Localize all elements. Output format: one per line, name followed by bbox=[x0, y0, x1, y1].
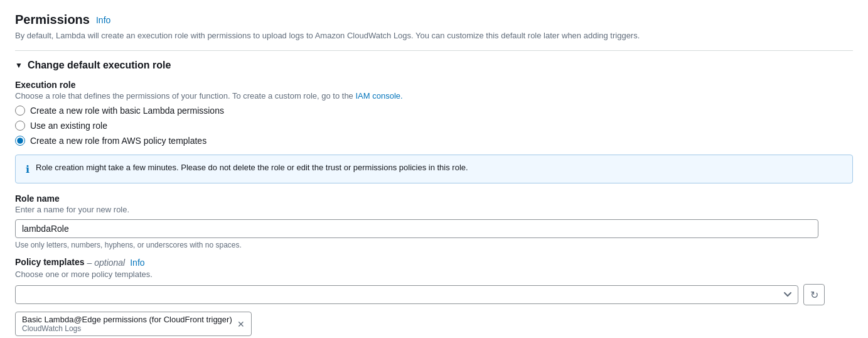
section-title: Change default execution role bbox=[28, 60, 171, 71]
tag-item: Basic Lambda@Edge permissions (for Cloud… bbox=[15, 312, 252, 336]
role-name-placeholder-text: Enter a name for your new role. bbox=[15, 205, 853, 214]
tag-remove-button[interactable]: ✕ bbox=[237, 320, 245, 329]
permissions-info-link[interactable]: Info bbox=[96, 15, 110, 25]
policy-templates-description: Choose one or more policy templates. bbox=[15, 270, 853, 279]
radio-input-3[interactable] bbox=[15, 136, 25, 146]
radio-input-2[interactable] bbox=[15, 121, 25, 131]
refresh-button[interactable]: ↻ bbox=[803, 284, 825, 305]
page-description: By default, Lambda will create an execut… bbox=[15, 31, 853, 40]
policy-templates-label-row: Policy templates – optional Info bbox=[15, 257, 853, 268]
radio-option-1[interactable]: Create a new role with basic Lambda perm… bbox=[15, 106, 853, 116]
role-name-input[interactable] bbox=[15, 219, 818, 238]
toggle-icon: ▼ bbox=[15, 61, 23, 70]
execution-role-description: Choose a role that defines the permissio… bbox=[15, 91, 853, 101]
policy-templates-info-link[interactable]: Info bbox=[130, 258, 144, 268]
execution-role-section: Execution role Choose a role that define… bbox=[15, 80, 853, 146]
divider-top bbox=[15, 50, 853, 51]
policy-templates-optional: – optional bbox=[87, 258, 126, 268]
info-box: ℹ Role creation might take a few minutes… bbox=[15, 155, 853, 183]
role-name-label: Role name bbox=[15, 194, 853, 204]
dropdown-row: Basic Lambda@Edge permissions (for Cloud… bbox=[15, 284, 825, 305]
policy-templates-label: Policy templates bbox=[15, 257, 85, 267]
radio-input-1[interactable] bbox=[15, 106, 25, 116]
refresh-icon: ↻ bbox=[810, 289, 818, 301]
info-circle-icon: ℹ bbox=[26, 163, 29, 175]
radio-option-3[interactable]: Create a new role from AWS policy templa… bbox=[15, 136, 853, 146]
title-row: Permissions Info bbox=[15, 13, 853, 27]
policy-templates-section: Policy templates – optional Info Choose … bbox=[15, 257, 853, 336]
tag-list: Basic Lambda@Edge permissions (for Cloud… bbox=[15, 312, 853, 336]
execution-role-label: Execution role bbox=[15, 80, 853, 90]
radio-label-1: Create a new role with basic Lambda perm… bbox=[30, 106, 224, 116]
tag-item-text: Basic Lambda@Edge permissions (for Cloud… bbox=[22, 315, 232, 333]
tag-subtitle: CloudWatch Logs bbox=[22, 324, 232, 333]
radio-label-2: Use an existing role bbox=[30, 121, 107, 131]
radio-option-2[interactable]: Use an existing role bbox=[15, 121, 853, 131]
tag-title: Basic Lambda@Edge permissions (for Cloud… bbox=[22, 315, 232, 324]
role-name-section: Role name Enter a name for your new role… bbox=[15, 194, 853, 249]
policy-templates-dropdown[interactable]: Basic Lambda@Edge permissions (for Cloud… bbox=[15, 285, 798, 304]
iam-console-link[interactable]: IAM console. bbox=[355, 91, 402, 101]
radio-label-3: Create a new role from AWS policy templa… bbox=[30, 136, 206, 146]
page-container: Permissions Info By default, Lambda will… bbox=[15, 13, 853, 336]
radio-group: Create a new role with basic Lambda perm… bbox=[15, 106, 853, 146]
role-name-hint: Use only letters, numbers, hyphens, or u… bbox=[15, 241, 853, 249]
page-title: Permissions bbox=[15, 13, 90, 27]
info-box-text: Role creation might take a few minutes. … bbox=[36, 163, 468, 172]
section-header[interactable]: ▼ Change default execution role bbox=[15, 60, 853, 71]
